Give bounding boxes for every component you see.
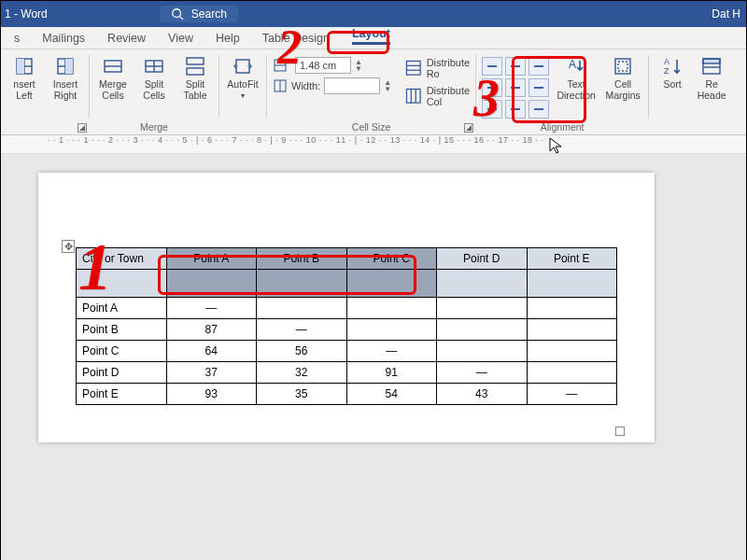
merge-group-label: Merge (95, 119, 213, 134)
repeat-header-button[interactable]: Re Heade (696, 53, 727, 101)
th-point-c[interactable]: Point C (346, 248, 437, 270)
svg-point-0 (173, 9, 181, 18)
table-cell[interactable]: 56 (257, 341, 347, 362)
tab-help[interactable]: Help (206, 28, 249, 49)
table-move-handle[interactable]: ✥ (62, 240, 75, 253)
row-label[interactable]: Point C (77, 341, 167, 362)
cellsize-launcher[interactable]: ◢ (464, 123, 473, 133)
table-row[interactable]: Point E93355443— (77, 384, 617, 405)
text-direction-button[interactable]: A Text Direction (555, 53, 598, 101)
th-city[interactable]: City or Town (77, 248, 167, 270)
width-spinner[interactable]: ▲▼ (384, 79, 391, 92)
table-resize-handle[interactable] (615, 427, 625, 436)
document-table[interactable]: City or Town Point A Point B Point C Poi… (76, 247, 617, 405)
group-cell-size: Height: 1.48 cm ▲▼ Width: ▲▼ Distribute (267, 49, 475, 134)
insert-left-button[interactable]: nsert Left (7, 53, 42, 101)
align-top-center[interactable] (505, 57, 526, 76)
table-cell[interactable] (527, 362, 617, 384)
th-point-d[interactable]: Point D (437, 248, 528, 270)
table-cell[interactable]: — (257, 319, 347, 341)
tab-references-partial[interactable]: s (5, 28, 29, 49)
horizontal-ruler[interactable]: · · 1 · · · 1 · · · 2 · · · 3 · · · 4 · … (1, 135, 746, 154)
search-box[interactable]: Search (160, 6, 238, 22)
align-middle-right[interactable] (529, 78, 549, 97)
rows-cols-launcher[interactable]: ◢ (78, 123, 87, 133)
sort-button[interactable]: AZ Sort (655, 53, 690, 91)
document-area: ✥ City or Town Point A Point B Point C P… (1, 154, 746, 560)
tab-view[interactable]: View (159, 28, 203, 49)
align-top-left[interactable] (482, 57, 502, 76)
height-spinner[interactable]: ▲▼ (355, 59, 362, 72)
table-cell[interactable] (527, 319, 617, 341)
table-cell[interactable]: — (437, 362, 528, 384)
tab-review[interactable]: Review (98, 28, 155, 49)
table-cell[interactable] (527, 298, 617, 319)
align-bottom-left[interactable] (482, 100, 502, 119)
split-table-icon (184, 55, 206, 77)
col-width-input[interactable] (324, 77, 380, 94)
row-height-input[interactable]: 1.48 cm (295, 57, 351, 74)
autofit-button[interactable]: AutoFit ▾ (225, 53, 261, 100)
table-cell[interactable]: 93 (166, 384, 257, 405)
svg-rect-16 (187, 68, 204, 75)
insert-right-button[interactable]: Insert Right (48, 53, 83, 101)
table-cell[interactable]: 43 (437, 384, 528, 405)
align-middle-left[interactable] (482, 78, 502, 97)
row-label[interactable]: Point D (77, 362, 167, 384)
table-cell[interactable]: 35 (257, 384, 347, 405)
table-cell[interactable]: 54 (346, 384, 437, 405)
svg-rect-22 (407, 62, 421, 76)
table-cell[interactable]: — (166, 298, 257, 319)
th-point-a[interactable]: Point A (166, 248, 257, 270)
align-bottom-right[interactable] (529, 100, 549, 119)
table-cell[interactable] (437, 319, 528, 341)
table-row[interactable]: Point D373291— (77, 362, 617, 384)
distribute-rows-button[interactable]: Distribute Ro (404, 57, 470, 79)
th-point-b[interactable]: Point B (257, 248, 347, 270)
merge-cells-button[interactable]: Merge Cells (95, 53, 131, 101)
distribute-cols-button[interactable]: Distribute Col (404, 85, 470, 107)
row-label[interactable]: Point B (77, 319, 167, 341)
search-placeholder: Search (191, 7, 227, 21)
group-merge: Merge Cells Split Cells Split Table Merg… (90, 49, 218, 134)
table-cell[interactable] (527, 341, 617, 362)
table-cell[interactable]: — (527, 384, 617, 405)
table-cell[interactable]: 87 (166, 319, 257, 341)
group-rows-columns-partial: nsert Left Insert Right ◢ (1, 49, 89, 134)
split-cells-button[interactable]: Split Cells (136, 53, 172, 101)
align-top-right[interactable] (529, 57, 549, 76)
split-table-button[interactable]: Split Table (177, 53, 213, 101)
ribbon: nsert Left Insert Right ◢ Merge Cells S (1, 49, 746, 135)
table-cell[interactable]: 91 (346, 362, 437, 384)
table-cell[interactable] (437, 298, 528, 319)
cell-margins-button[interactable]: Cell Margins (603, 53, 642, 101)
th-point-e[interactable]: Point E (527, 248, 617, 270)
svg-rect-5 (17, 59, 24, 74)
tab-layout[interactable]: Layout (343, 23, 400, 49)
table-header-row-2 (77, 270, 617, 298)
table-cell[interactable] (346, 298, 437, 319)
row-label[interactable]: Point E (77, 384, 167, 405)
table-cell[interactable]: — (346, 341, 437, 362)
alignment-grid (482, 53, 549, 119)
table-cell[interactable] (257, 298, 347, 319)
row-label[interactable]: Point A (77, 298, 167, 319)
table-row[interactable]: Point C6456— (77, 341, 617, 362)
table-row[interactable]: Point A— (77, 298, 617, 319)
svg-rect-15 (187, 58, 204, 64)
table-cell[interactable] (346, 319, 437, 341)
table-cell[interactable]: 32 (257, 362, 347, 384)
table-row[interactable]: Point B87— (77, 319, 617, 341)
row-height-icon (273, 58, 288, 73)
tab-table-design[interactable]: Table Design (253, 28, 339, 49)
tab-mailings[interactable]: Mailings (33, 28, 94, 49)
svg-rect-25 (407, 90, 421, 104)
table-cell[interactable] (437, 341, 528, 362)
table-cell[interactable]: 64 (166, 341, 257, 362)
svg-rect-30 (618, 62, 627, 71)
align-middle-center[interactable] (505, 78, 526, 97)
table-cell[interactable]: 37 (166, 362, 257, 384)
align-bottom-center[interactable] (505, 100, 526, 119)
doc-title: 1 - Word (5, 7, 48, 21)
text-direction-icon: A (565, 55, 587, 77)
